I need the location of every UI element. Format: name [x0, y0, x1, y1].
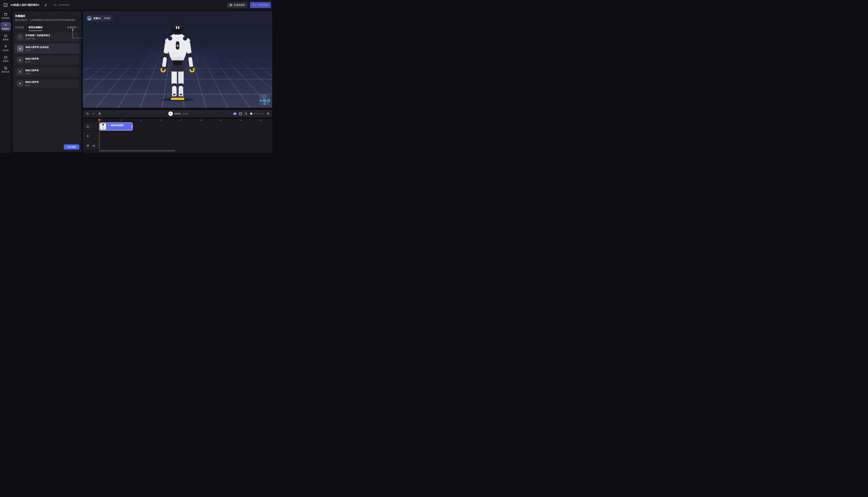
audio-item-meta: 哈哈大笑声音 00:03 [25, 57, 39, 63]
timeline-zoom-slider[interactable] [250, 113, 264, 114]
sidebar-item-audio-library[interactable]: 音频库 [1, 55, 11, 63]
model-name: 灵犀X2 [94, 17, 101, 20]
timeline-panel[interactable]: 0f 2f 4f 6f 8f 10f 12f 14f 16f [83, 119, 272, 153]
synthesize-save-button[interactable]: 合成并保存 [227, 2, 248, 8]
play-icon [170, 113, 171, 115]
redo-icon[interactable] [92, 112, 95, 115]
sidebar-item-label: 我的任务 [2, 71, 10, 73]
play-button[interactable] [17, 80, 23, 87]
robot-model-badge: 灵犀X2 青春版 [86, 15, 112, 22]
panel-title: 音频编排 [15, 14, 25, 18]
zoom-in-icon[interactable] [267, 112, 270, 115]
timeline-horizontal-scrollbar[interactable] [99, 150, 175, 151]
tab-use-synth-material[interactable]: 使用合成素材 [28, 26, 43, 29]
module-sidebar: 动作模仿 音频编排 表情库 动作库 [0, 10, 11, 153]
audio-item-title: 哈哈大笑声音 [25, 57, 39, 60]
top-bar: A1机器人动作-我的项目1 文件未保存 合成并保存 [0, 0, 272, 10]
panel-footer: 开始编排 [13, 141, 81, 152]
audio-item-duration: 00:03 [26, 49, 49, 51]
audio-item-meta: 哈哈大笑声音 00:03 [25, 69, 39, 75]
project-title: A1机器人动作-我的项目1 [11, 3, 40, 6]
ruler-label: 12f [220, 119, 222, 121]
audio-item-duration: 00:03 [25, 73, 39, 75]
sidebar-item-label: 动作模仿 [2, 17, 10, 19]
play-button[interactable] [17, 57, 23, 63]
panel-tabs: 添加音频 使用合成素材 合成语音 [15, 25, 79, 30]
axis-x-handle[interactable]: X [267, 99, 270, 102]
play-button[interactable] [17, 69, 23, 75]
robot-right-leg [177, 70, 184, 101]
tab-add-audio[interactable]: 添加音频 [15, 26, 24, 29]
axis-y-handle[interactable]: Y [263, 99, 266, 102]
rename-project-button[interactable] [42, 2, 49, 8]
speaker-icon[interactable] [92, 144, 96, 147]
zoom-slider-thumb[interactable] [250, 113, 252, 115]
app-window: A1机器人动作-我的项目1 文件未保存 合成并保存 [0, 0, 272, 153]
ruler-tick [190, 119, 190, 121]
axis-negative-x-handle[interactable] [260, 100, 262, 102]
edit-controls [86, 110, 101, 117]
audio-item-title: 哈哈大笑声音 [25, 69, 39, 72]
sidebar-item-audio-arrange[interactable]: 音频编排 [1, 22, 11, 31]
ruler-label: 2f [120, 119, 122, 121]
guide-connector-horizontal [73, 38, 84, 38]
badge-divider [102, 17, 102, 19]
dial-icon[interactable] [86, 144, 89, 147]
guide-connector-vertical [73, 31, 73, 38]
audio-item-selected[interactable]: 哈哈大笑声音-点击状态 00:03 [15, 44, 79, 53]
generating-tile [17, 34, 23, 40]
audio-item-title: 哈哈大笑声音 [25, 81, 39, 84]
audio-item[interactable]: 哈哈大笑声音 00:03 [15, 79, 79, 88]
sidebar-item-my-tasks[interactable]: 我的任务 [1, 65, 11, 74]
deploy-label: 下发到设备 [257, 3, 268, 6]
clip-trim-handle-left[interactable] [100, 125, 100, 128]
person-icon [86, 135, 89, 138]
file-save-status[interactable]: 文件未保存 [51, 2, 72, 8]
synthesize-voice-link[interactable]: 合成语音 [67, 26, 79, 29]
audio-item-status: 生成中 30% ... [25, 38, 50, 40]
sparkles-icon [18, 36, 22, 39]
ruler-label: 8f [180, 119, 181, 121]
axis-negative-z-handle[interactable] [263, 103, 266, 105]
motion-clip[interactable]: 超帅走路姿势 [99, 123, 132, 130]
cloud-icon [54, 3, 57, 6]
play-button[interactable] [168, 111, 173, 116]
fit-width-icon[interactable] [239, 112, 242, 115]
play-icon [19, 82, 22, 85]
undo-icon[interactable] [86, 112, 89, 115]
start-arrange-button[interactable]: 开始编排 [64, 144, 79, 150]
fit-clip-icon[interactable] [233, 112, 237, 115]
clip-trim-handle-right[interactable] [131, 125, 132, 128]
audio-item[interactable]: 哈哈大笑声音 00:03 [15, 67, 79, 76]
sidebar-item-motion-library[interactable]: 动作库 [1, 44, 11, 53]
pencil-icon [44, 3, 47, 6]
play-button[interactable] [17, 45, 24, 52]
clip-label: 超帅走路姿势 [111, 124, 123, 127]
ruler-label: 4f [140, 119, 142, 121]
walking-person-icon [108, 124, 110, 127]
ruler-tick [150, 119, 150, 121]
ruler-tick [170, 119, 170, 121]
synthesize-voice-label: 合成语音 [67, 26, 76, 29]
deploy-to-device-button[interactable]: 下发到设备 [250, 2, 271, 8]
robot-3d-viewport[interactable]: 灵犀X2 青春版 Z Y X [83, 11, 272, 108]
axis-z-handle[interactable]: Z [263, 95, 266, 98]
audio-item-title: 百年难得一见的练武奇才 [25, 34, 50, 37]
sidebar-item-motion-mimic[interactable]: 动作模仿 [1, 12, 11, 20]
play-icon [19, 47, 22, 50]
delete-icon[interactable] [98, 112, 101, 115]
ruler-label: 14f [239, 119, 242, 121]
time-separator: / [181, 112, 182, 115]
ruler-label: 0f [100, 119, 102, 121]
sidebar-item-expression-library[interactable]: 表情库 [1, 33, 11, 42]
track-header-audio [83, 142, 99, 150]
axis-gizmo[interactable]: Z Y X [259, 94, 270, 105]
ruler-tick [269, 119, 269, 121]
robot-avatar [87, 16, 92, 21]
audio-item[interactable]: 哈哈大笑声音 00:03 [15, 56, 79, 65]
zoom-out-icon[interactable] [244, 112, 248, 115]
audio-item-generating[interactable]: 百年难得一见的练武奇才 生成中 30% ... [15, 32, 79, 42]
humanoid-robot-model[interactable] [154, 22, 201, 102]
audio-item-duration: 00:03 [25, 61, 39, 63]
current-time: 00:00 [174, 112, 180, 115]
